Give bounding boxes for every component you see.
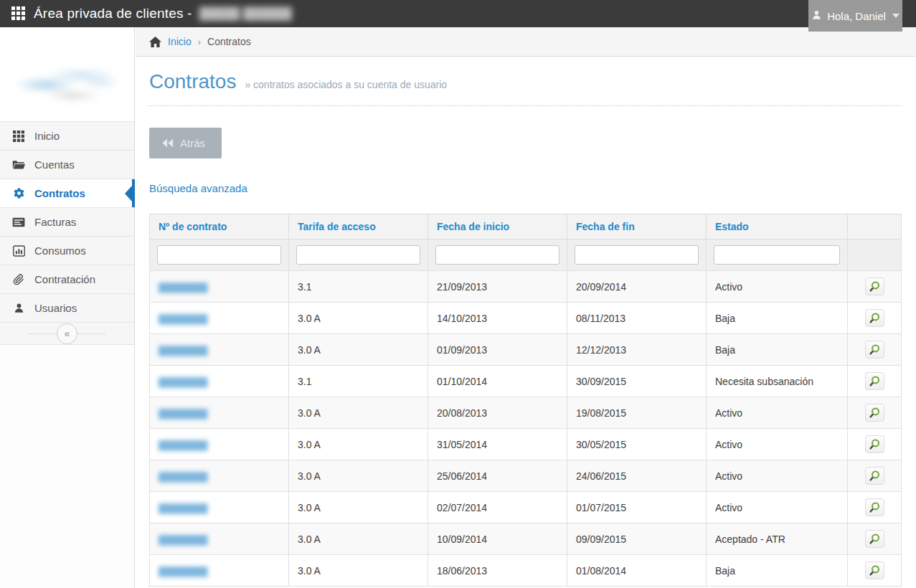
sidebar-item-consumos[interactable]: Consumos [0, 237, 134, 265]
col-header-inicio[interactable]: Fecha de inicio [428, 214, 567, 240]
sidebar-collapse-band: « [0, 323, 134, 345]
fecha-inicio-cell: 14/10/2013 [428, 303, 567, 334]
fecha-fin-cell: 01/07/2015 [567, 492, 707, 523]
magnifier-icon [869, 407, 881, 419]
breadcrumb-link-inicio[interactable]: Inicio [168, 36, 192, 47]
estado-cell: Aceptado - ATR [707, 523, 848, 555]
app-title: Área privada de clientes - [34, 6, 192, 22]
sidebar-item-contratacion[interactable]: Contratación [0, 265, 134, 294]
magnifier-icon [869, 343, 881, 356]
fecha-inicio-cell: 18/06/2013 [428, 555, 567, 587]
table-row: █████████3.101/10/201430/09/2015Necesita… [150, 366, 902, 397]
sidebar-item-inicio[interactable]: Inicio [0, 122, 134, 151]
table-header-row: Nº de contrato Tarifa de acceso Fecha de… [150, 214, 902, 240]
filter-tarifa-input[interactable] [296, 245, 420, 265]
action-cell [848, 334, 902, 366]
person-icon [12, 303, 25, 313]
top-bar: Área privada de clientes - █████ ██████ [0, 0, 916, 27]
col-header-tarifa[interactable]: Tarifa de acceso [289, 214, 428, 240]
magnifier-icon [869, 280, 881, 293]
view-contract-button[interactable] [865, 278, 884, 295]
view-contract-button[interactable] [865, 309, 884, 327]
contracts-table: Nº de contrato Tarifa de acceso Fecha de… [149, 214, 902, 587]
action-cell [848, 555, 902, 587]
paperclip-icon [12, 274, 25, 285]
tarifa-cell: 3.0 A [289, 555, 428, 587]
filter-contrato-input[interactable] [157, 245, 281, 265]
col-header-estado[interactable]: Estado [707, 214, 848, 240]
company-logo-blurred [13, 53, 122, 106]
estado-cell: Activo [707, 492, 848, 523]
sidebar-collapse-button[interactable]: « [57, 323, 77, 344]
logo-area [0, 27, 134, 121]
view-contract-button[interactable] [865, 561, 884, 579]
tarifa-cell: 3.0 A [289, 429, 428, 460]
advanced-search-link[interactable]: Búsqueda avanzada [149, 182, 247, 194]
sidebar-item-contratos[interactable]: Contratos [0, 179, 134, 208]
filter-fin-input[interactable] [575, 245, 699, 265]
breadcrumb-separator: › [198, 37, 201, 47]
contract-number-link: █████████ [150, 366, 289, 397]
tarifa-cell: 3.0 A [289, 397, 428, 429]
tarifa-cell: 3.0 A [289, 303, 428, 334]
contract-number-link[interactable]: █████████ [159, 566, 207, 577]
fecha-inicio-cell: 21/09/2013 [428, 271, 567, 303]
back-button[interactable]: Atrás [149, 128, 222, 158]
contract-number-link[interactable]: █████████ [159, 314, 207, 324]
contract-number-link: █████████ [150, 429, 289, 460]
action-cell [848, 303, 902, 334]
estado-cell: Activo [707, 460, 848, 492]
contract-number-link[interactable]: █████████ [159, 283, 207, 293]
fecha-inicio-cell: 25/06/2014 [428, 460, 567, 492]
filter-inicio-input[interactable] [435, 245, 559, 265]
app-grid-icon [11, 6, 26, 21]
contract-number-link[interactable]: █████████ [159, 377, 207, 387]
view-contract-button[interactable] [865, 372, 884, 390]
sidebar-item-cuentas[interactable]: Cuentas [0, 151, 134, 179]
content: Inicio › Contratos Contratos » contratos… [136, 27, 916, 588]
view-contract-button[interactable] [865, 404, 884, 422]
main-panel: Contratos » contratos asociados a su cue… [136, 57, 916, 588]
gear-icon [12, 187, 25, 199]
estado-cell: Baja [707, 303, 848, 334]
contract-number-link[interactable]: █████████ [159, 535, 207, 545]
view-contract-button[interactable] [865, 467, 884, 485]
contract-number-link[interactable]: █████████ [159, 409, 207, 419]
fecha-fin-cell: 19/08/2015 [567, 397, 707, 429]
contract-number-link[interactable]: █████████ [159, 440, 207, 450]
col-header-contrato[interactable]: Nº de contrato [150, 214, 289, 240]
sidebar-item-label: Usuarios [34, 302, 77, 314]
view-contract-button[interactable] [865, 435, 884, 453]
col-header-fin[interactable]: Fecha de fin [567, 214, 707, 240]
table-row: █████████3.0 A02/07/201401/07/2015Activo [150, 492, 902, 523]
page-title: Contratos [149, 70, 236, 93]
view-contract-button[interactable] [865, 498, 884, 516]
contract-number-link: █████████ [150, 271, 289, 303]
sidebar-item-facturas[interactable]: Facturas [0, 208, 134, 237]
magnifier-icon [869, 438, 881, 450]
back-button-label: Atrás [180, 137, 205, 149]
tarifa-cell: 3.0 A [289, 334, 428, 366]
fecha-inicio-cell: 31/05/2014 [428, 429, 567, 460]
action-cell [848, 429, 902, 460]
contract-number-link[interactable]: █████████ [159, 472, 207, 482]
user-menu-button[interactable]: Hola, Daniel [808, 0, 902, 32]
home-icon [149, 37, 161, 47]
tarifa-cell: 3.0 A [289, 492, 428, 523]
sidebar-item-usuarios[interactable]: Usuarios [0, 294, 134, 323]
user-greeting: Hola, Daniel [827, 10, 886, 22]
sidebar: Inicio Cuentas Contratos [0, 27, 135, 588]
company-name-redacted: █████ ██████ [199, 7, 292, 20]
fecha-fin-cell: 20/09/2014 [567, 271, 707, 303]
view-contract-button[interactable] [865, 530, 884, 548]
sidebar-item-label: Cuentas [34, 158, 75, 171]
fecha-fin-cell: 30/09/2015 [567, 366, 707, 397]
view-contract-button[interactable] [865, 341, 884, 359]
estado-cell: Baja [707, 555, 848, 587]
table-row: █████████3.0 A20/08/201319/08/2015Activo [150, 397, 902, 429]
contract-number-link[interactable]: █████████ [159, 503, 207, 513]
contract-number-link[interactable]: █████████ [159, 346, 207, 356]
filter-estado-input[interactable] [714, 245, 840, 265]
fecha-inicio-cell: 10/09/2014 [428, 523, 567, 555]
bar-chart-icon [12, 245, 25, 257]
